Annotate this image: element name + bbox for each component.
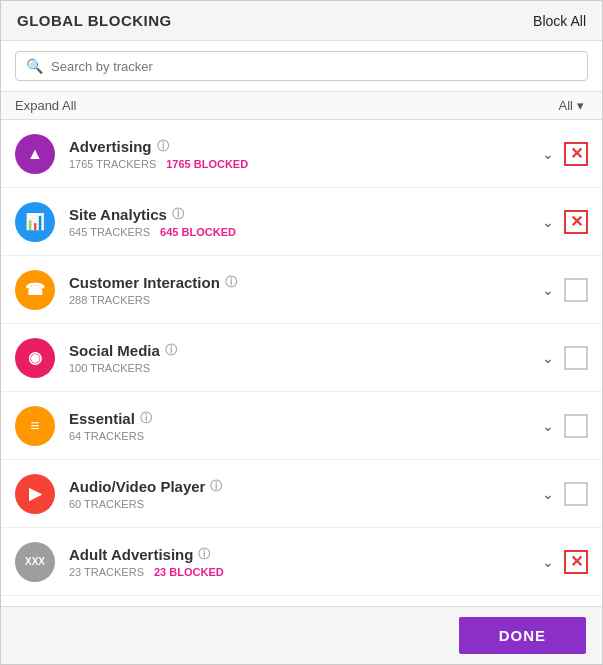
tracker-count-social-media: 100 TRACKERS bbox=[69, 362, 150, 374]
tracker-name-customer-interaction: Customer Interaction ⓘ bbox=[69, 274, 542, 291]
tracker-name-adult-advertising: Adult Advertising ⓘ bbox=[69, 546, 542, 563]
expand-button-site-analytics[interactable]: ⌄ bbox=[542, 214, 554, 230]
info-icon-customer-interaction[interactable]: ⓘ bbox=[225, 274, 237, 291]
expand-button-social-media[interactable]: ⌄ bbox=[542, 350, 554, 366]
expand-button-essential[interactable]: ⌄ bbox=[542, 418, 554, 434]
tracker-icon-customer-interaction: ☎ bbox=[15, 270, 55, 310]
tracker-meta-essential: 64 TRACKERS bbox=[69, 430, 542, 442]
search-input-wrapper: 🔍 bbox=[15, 51, 588, 81]
tracker-list: ▲ Advertising ⓘ 1765 TRACKERS 1765 BLOCK… bbox=[1, 120, 602, 606]
tracker-icon-essential: ≡ bbox=[15, 406, 55, 446]
tracker-item-adult-advertising: XXX Adult Advertising ⓘ 23 TRACKERS 23 B… bbox=[1, 528, 602, 596]
expand-button-advertising[interactable]: ⌄ bbox=[542, 146, 554, 162]
footer: DONE bbox=[1, 606, 602, 664]
tracker-item-essential: ≡ Essential ⓘ 64 TRACKERS ⌄ bbox=[1, 392, 602, 460]
info-icon-site-analytics[interactable]: ⓘ bbox=[172, 206, 184, 223]
tracker-actions-customer-interaction: ⌄ bbox=[542, 278, 588, 302]
tracker-info-site-analytics: Site Analytics ⓘ 645 TRACKERS 645 BLOCKE… bbox=[69, 206, 542, 238]
tracker-meta-customer-interaction: 288 TRACKERS bbox=[69, 294, 542, 306]
tracker-name-social-media: Social Media ⓘ bbox=[69, 342, 542, 359]
block-all-button[interactable]: Block All bbox=[533, 13, 586, 29]
tracker-info-advertising: Advertising ⓘ 1765 TRACKERS 1765 BLOCKED bbox=[69, 138, 542, 170]
tracker-meta-site-analytics: 645 TRACKERS 645 BLOCKED bbox=[69, 226, 542, 238]
tracker-item-social-media: ◉ Social Media ⓘ 100 TRACKERS ⌄ bbox=[1, 324, 602, 392]
tracker-name-essential: Essential ⓘ bbox=[69, 410, 542, 427]
tracker-icon-adult-advertising: XXX bbox=[15, 542, 55, 582]
blocked-count-adult-advertising: 23 BLOCKED bbox=[154, 566, 224, 578]
tracker-name-advertising: Advertising ⓘ bbox=[69, 138, 542, 155]
tracker-name-audio-video: Audio/Video Player ⓘ bbox=[69, 478, 542, 495]
block-checkbox-advertising[interactable] bbox=[564, 142, 588, 166]
tracker-item-comments: 💬 Comments ⓘ 10 TRACKERS ⌄ bbox=[1, 596, 602, 606]
blocked-count-advertising: 1765 BLOCKED bbox=[166, 158, 248, 170]
info-icon-social-media[interactable]: ⓘ bbox=[165, 342, 177, 359]
tracker-meta-adult-advertising: 23 TRACKERS 23 BLOCKED bbox=[69, 566, 542, 578]
tracker-info-audio-video: Audio/Video Player ⓘ 60 TRACKERS bbox=[69, 478, 542, 510]
done-button[interactable]: DONE bbox=[459, 617, 586, 654]
tracker-actions-adult-advertising: ⌄ bbox=[542, 550, 588, 574]
tracker-item-site-analytics: 📊 Site Analytics ⓘ 645 TRACKERS 645 BLOC… bbox=[1, 188, 602, 256]
search-bar: 🔍 bbox=[1, 41, 602, 92]
toolbar: Expand All All ▾ bbox=[1, 92, 602, 120]
tracker-actions-site-analytics: ⌄ bbox=[542, 210, 588, 234]
tracker-count-adult-advertising: 23 TRACKERS bbox=[69, 566, 144, 578]
blocked-count-site-analytics: 645 BLOCKED bbox=[160, 226, 236, 238]
tracker-count-essential: 64 TRACKERS bbox=[69, 430, 144, 442]
tracker-count-audio-video: 60 TRACKERS bbox=[69, 498, 144, 510]
chevron-down-icon: ▾ bbox=[577, 98, 584, 113]
tracker-count-advertising: 1765 TRACKERS bbox=[69, 158, 156, 170]
tracker-meta-audio-video: 60 TRACKERS bbox=[69, 498, 542, 510]
tracker-count-site-analytics: 645 TRACKERS bbox=[69, 226, 150, 238]
tracker-item-audio-video: ▶ Audio/Video Player ⓘ 60 TRACKERS ⌄ bbox=[1, 460, 602, 528]
block-checkbox-social-media[interactable] bbox=[564, 346, 588, 370]
filter-dropdown[interactable]: All ▾ bbox=[559, 98, 588, 113]
expand-button-audio-video[interactable]: ⌄ bbox=[542, 486, 554, 502]
tracker-name-site-analytics: Site Analytics ⓘ bbox=[69, 206, 542, 223]
tracker-meta-social-media: 100 TRACKERS bbox=[69, 362, 542, 374]
search-input[interactable] bbox=[51, 59, 577, 74]
filter-label: All bbox=[559, 98, 573, 113]
info-icon-essential[interactable]: ⓘ bbox=[140, 410, 152, 427]
tracker-info-essential: Essential ⓘ 64 TRACKERS bbox=[69, 410, 542, 442]
info-icon-adult-advertising[interactable]: ⓘ bbox=[198, 546, 210, 563]
tracker-item-advertising: ▲ Advertising ⓘ 1765 TRACKERS 1765 BLOCK… bbox=[1, 120, 602, 188]
tracker-info-social-media: Social Media ⓘ 100 TRACKERS bbox=[69, 342, 542, 374]
block-checkbox-essential[interactable] bbox=[564, 414, 588, 438]
tracker-icon-social-media: ◉ bbox=[15, 338, 55, 378]
expand-button-customer-interaction[interactable]: ⌄ bbox=[542, 282, 554, 298]
block-checkbox-adult-advertising[interactable] bbox=[564, 550, 588, 574]
expand-all-button[interactable]: Expand All bbox=[15, 98, 76, 113]
tracker-actions-essential: ⌄ bbox=[542, 414, 588, 438]
info-icon-advertising[interactable]: ⓘ bbox=[157, 138, 169, 155]
info-icon-audio-video[interactable]: ⓘ bbox=[210, 478, 222, 495]
expand-button-adult-advertising[interactable]: ⌄ bbox=[542, 554, 554, 570]
tracker-info-customer-interaction: Customer Interaction ⓘ 288 TRACKERS bbox=[69, 274, 542, 306]
block-checkbox-audio-video[interactable] bbox=[564, 482, 588, 506]
tracker-meta-advertising: 1765 TRACKERS 1765 BLOCKED bbox=[69, 158, 542, 170]
tracker-actions-social-media: ⌄ bbox=[542, 346, 588, 370]
tracker-actions-audio-video: ⌄ bbox=[542, 482, 588, 506]
block-checkbox-customer-interaction[interactable] bbox=[564, 278, 588, 302]
tracker-item-customer-interaction: ☎ Customer Interaction ⓘ 288 TRACKERS ⌄ bbox=[1, 256, 602, 324]
page-title: GLOBAL BLOCKING bbox=[17, 12, 172, 29]
tracker-icon-site-analytics: 📊 bbox=[15, 202, 55, 242]
tracker-info-adult-advertising: Adult Advertising ⓘ 23 TRACKERS 23 BLOCK… bbox=[69, 546, 542, 578]
tracker-actions-advertising: ⌄ bbox=[542, 142, 588, 166]
global-blocking-window: GLOBAL BLOCKING Block All 🔍 Expand All A… bbox=[0, 0, 603, 665]
search-icon: 🔍 bbox=[26, 58, 43, 74]
block-checkbox-site-analytics[interactable] bbox=[564, 210, 588, 234]
tracker-count-customer-interaction: 288 TRACKERS bbox=[69, 294, 150, 306]
header: GLOBAL BLOCKING Block All bbox=[1, 1, 602, 41]
tracker-icon-audio-video: ▶ bbox=[15, 474, 55, 514]
tracker-icon-advertising: ▲ bbox=[15, 134, 55, 174]
